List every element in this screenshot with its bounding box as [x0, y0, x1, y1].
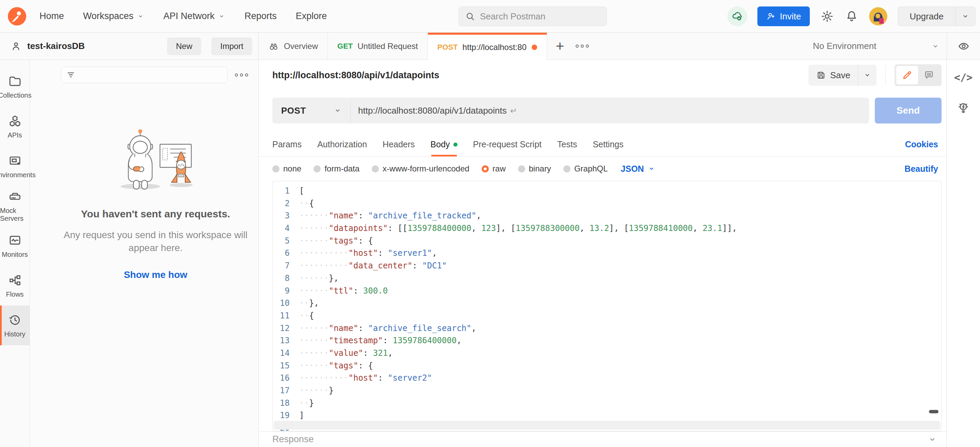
nav-workspaces[interactable]: Workspaces	[83, 11, 144, 21]
environment-quick-look[interactable]	[947, 33, 980, 60]
save-button[interactable]: Save	[808, 65, 858, 86]
nav-reports[interactable]: Reports	[244, 11, 277, 21]
show-me-how-link[interactable]: Show me how	[61, 269, 250, 280]
request-tab-body[interactable]: Body	[431, 133, 458, 156]
request-tab-label: Headers	[383, 139, 415, 149]
new-button[interactable]: New	[167, 37, 201, 55]
filter-input[interactable]	[79, 70, 222, 79]
line-number: 11	[273, 309, 290, 322]
content: CollectionsAPIsEnvironmentsMock ServersM…	[0, 60, 980, 447]
code-line[interactable]: 8······},	[273, 272, 941, 285]
scrollbar-thumb[interactable]	[929, 410, 939, 413]
code-line[interactable]: 11··{	[273, 309, 941, 322]
code-line[interactable]: 6··········"host": "server1",	[273, 247, 941, 260]
sidebar-item-monitors[interactable]: Monitors	[0, 226, 30, 266]
language-selector[interactable]: JSON	[621, 164, 655, 174]
settings-button[interactable]	[820, 9, 834, 24]
code-line[interactable]: 15······"tags": {	[273, 360, 941, 372]
tab-request-get-untitled-request[interactable]: GETUntitled Request	[328, 33, 428, 60]
search-input[interactable]	[480, 11, 600, 22]
tab-options-button[interactable]	[576, 44, 589, 48]
send-button[interactable]: Send	[875, 98, 942, 124]
comments-button[interactable]	[918, 66, 940, 84]
method-selector[interactable]: POST	[272, 98, 351, 124]
edit-mode-button[interactable]	[896, 66, 918, 84]
right-rail: </>	[946, 60, 980, 447]
top-nav: HomeWorkspacesAPI NetworkReportsExplore	[0, 0, 980, 33]
url-input[interactable]: http://localhost:8080/api/v1/datapoints↵	[351, 105, 869, 116]
environment-zone: No Environment	[796, 33, 980, 60]
code-line[interactable]: 12······"name": "archive_file_search",	[273, 322, 941, 335]
cookies-link[interactable]: Cookies	[905, 139, 938, 149]
history-filter[interactable]	[61, 67, 228, 83]
history-more-button[interactable]	[233, 71, 250, 79]
code-line[interactable]: 10··},	[273, 297, 941, 309]
sidebar-item-flows[interactable]: Flows	[0, 266, 30, 306]
nav-api-network[interactable]: API Network	[163, 11, 225, 21]
code-line[interactable]: 2··{	[273, 197, 941, 210]
body-type-raw[interactable]: raw	[482, 164, 506, 173]
sidebar-item-apis[interactable]: APIs	[0, 106, 30, 146]
workspace-name[interactable]: test-kairosDB	[27, 41, 162, 51]
history-filter-row	[30, 60, 258, 83]
body-type-x-www-form-urlencoded[interactable]: x-www-form-urlencoded	[372, 164, 469, 173]
body-type-none[interactable]: none	[272, 164, 301, 173]
upgrade-button[interactable]: Upgrade	[897, 6, 975, 26]
body-type-label: form-data	[325, 164, 360, 173]
body-type-binary[interactable]: binary	[518, 164, 551, 173]
tab-request-post-http-localhost-8080-[interactable]: POSThttp://localhost:8080/	[428, 33, 547, 60]
sync-status-icon[interactable]	[727, 6, 747, 26]
code-line[interactable]: 16··········"host": "server2"	[273, 372, 941, 384]
history-empty-state: </>	[30, 83, 258, 280]
request-header: http://localhost:8080/api/v1/datapoints …	[259, 60, 946, 90]
sidebar-item-environments[interactable]: Environments	[0, 146, 30, 186]
code-line[interactable]: 5······"tags": {	[273, 235, 941, 247]
body-type-graphql[interactable]: GraphQL	[563, 164, 608, 173]
code-line[interactable]: 18··}	[273, 397, 941, 410]
code-line[interactable]: 7··········"data_center": "DC1"	[273, 260, 941, 272]
postman-logo[interactable]	[8, 7, 27, 26]
save-options-button[interactable]	[858, 65, 877, 86]
code-line[interactable]: 1[	[273, 185, 941, 197]
import-button[interactable]: Import	[212, 37, 252, 55]
notifications-button[interactable]	[845, 9, 859, 24]
new-tab-button[interactable]: +	[556, 39, 565, 54]
code-line[interactable]: 19]	[273, 409, 941, 422]
request-tab-params[interactable]: Params	[272, 133, 302, 156]
upgrade-chevron[interactable]	[955, 7, 975, 26]
code-area[interactable]: 1[2··{3······"name": "archive_file_track…	[273, 181, 941, 431]
request-tab-authorization[interactable]: Authorization	[317, 133, 367, 156]
unsaved-changes-dot	[532, 44, 537, 50]
response-expand-button[interactable]	[927, 434, 937, 445]
request-tab-pre-request-script[interactable]: Pre-request Script	[473, 133, 542, 156]
request-tab-label: Params	[272, 139, 302, 149]
nav-home[interactable]: Home	[40, 11, 64, 21]
code-line[interactable]: 14······"value": 321,	[273, 347, 941, 360]
workspace-header: test-kairosDB New Import	[0, 33, 259, 60]
request-tab-tests[interactable]: Tests	[557, 133, 577, 156]
code-line[interactable]: 13······"timestamp": 1359786400000,	[273, 334, 941, 347]
avatar[interactable]	[869, 7, 888, 25]
sidebar-item-mock-servers[interactable]: Mock Servers	[0, 186, 30, 226]
body-type-form-data[interactable]: form-data	[313, 164, 360, 173]
code-line[interactable]: 17······}	[273, 384, 941, 397]
invite-button[interactable]: Invite	[757, 6, 810, 26]
request-tab-headers[interactable]: Headers	[383, 133, 415, 156]
response-label: Response	[272, 434, 314, 445]
code-line[interactable]: 4······"datapoints": [[1359788400000, 12…	[273, 222, 941, 235]
code-snippet-button[interactable]: </>	[954, 71, 972, 83]
code-line[interactable]: 9······"ttl": 300.0	[273, 285, 941, 297]
horizontal-scrollbar[interactable]	[274, 421, 940, 430]
lightbulb-icon[interactable]	[956, 101, 970, 115]
code-line[interactable]: 3······"name": "archive_file_tracked",	[273, 209, 941, 222]
beautify-link[interactable]: Beautify	[904, 164, 938, 174]
global-search[interactable]	[458, 6, 607, 26]
sidebar-item-collections[interactable]: Collections	[0, 67, 30, 106]
request-tab-settings[interactable]: Settings	[593, 133, 623, 156]
sidebar-item-history[interactable]: History	[0, 306, 30, 345]
radio-icon	[313, 165, 321, 173]
environment-selector[interactable]: No Environment	[796, 41, 947, 51]
body-editor[interactable]: 1[2··{3······"name": "archive_file_track…	[272, 181, 942, 431]
nav-explore[interactable]: Explore	[296, 11, 327, 21]
tab-overview[interactable]: Overview	[259, 33, 328, 60]
